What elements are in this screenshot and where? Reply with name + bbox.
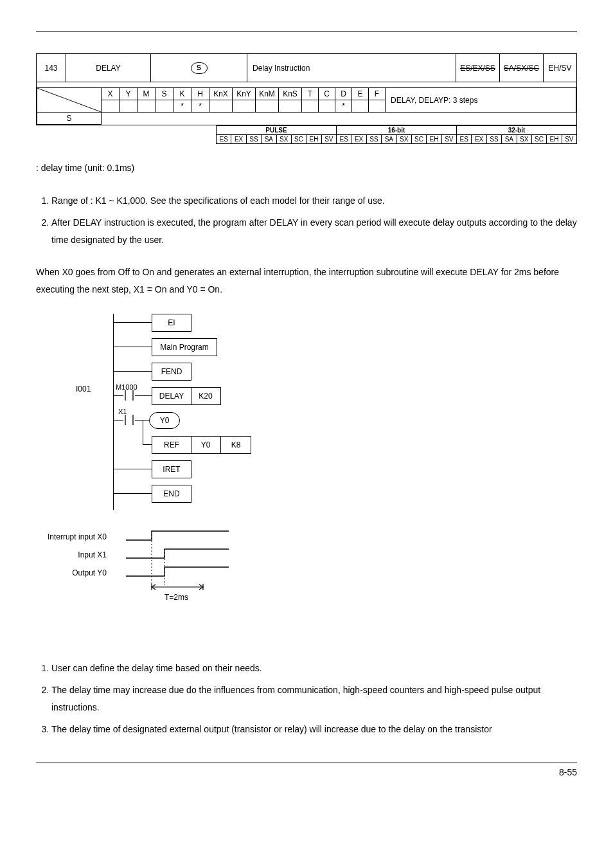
function-desc: Delay Instruction	[247, 54, 456, 82]
mnemonic: DELAY	[83, 54, 134, 82]
api-number: 143	[37, 54, 66, 82]
ctrl-2: SA/SX/SC	[500, 54, 544, 82]
remark-item: The delay time of designated external ou…	[51, 721, 577, 738]
svg-line-0	[37, 88, 101, 112]
program-example: When X0 goes from Off to On and generate…	[36, 264, 577, 298]
s-oval-icon: S	[191, 62, 208, 74]
ladder-diagram: EI Main Program FEND I001 M1000 DELAY K2…	[68, 314, 287, 642]
operands-line: : delay time (unit: 0.1ms)	[36, 159, 577, 177]
support-strip: PULSE 16-bit 32-bit ESEXSSSASXSCEHSV ESE…	[216, 125, 577, 144]
diagonal-cell	[37, 88, 102, 113]
ctrl-3: EH/SV	[544, 54, 577, 82]
operand-grid: XYMS KH KnXKnYKnMKnS TCDEF DELAY, DELAYP…	[37, 87, 576, 125]
operand-cell: S	[151, 54, 247, 82]
remark-item: User can define the delay time based on …	[51, 660, 577, 677]
remark-item: The delay time may increase due do the i…	[51, 682, 577, 716]
steps: DELAY, DELAYP: 3 steps	[386, 88, 576, 113]
row-s: S	[37, 113, 102, 125]
page-number: 8-55	[36, 767, 577, 777]
instruction-header: 143 DELAY S Delay Instruction ES/EX/SS S…	[36, 53, 577, 125]
explanations: Range of : K1 ~ K1,000. See the specific…	[36, 192, 577, 249]
explanation-item: After DELAY instruction is executed, the…	[51, 214, 577, 248]
explanation-item: Range of : K1 ~ K1,000. See the specific…	[51, 192, 577, 210]
remarks: User can define the delay time based on …	[36, 660, 577, 738]
ctrl-1: ES/EX/SS	[456, 54, 500, 82]
